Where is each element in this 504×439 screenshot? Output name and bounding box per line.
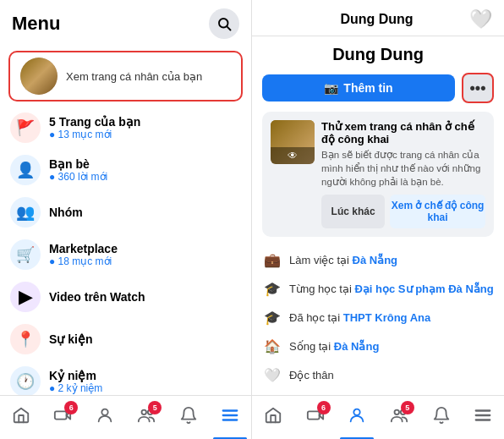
nav-video-right[interactable]: 6 [294, 396, 337, 440]
menu-item-nhom[interactable]: 👥 Nhóm [0, 191, 251, 233]
xem-cong-khai-button[interactable]: Xem ở chế độ công khai [390, 195, 485, 228]
home-icon-right [264, 406, 282, 430]
ban-be-title: Bạn bè [49, 157, 107, 171]
graduation-icon-1: 🎓 [262, 278, 282, 299]
video-badge-left: 6 [64, 401, 78, 414]
svg-point-13 [394, 409, 399, 414]
menu-item-video[interactable]: ▶ Video trên Watch [0, 276, 251, 318]
profile-label: Xem trang cá nhân của bạn [66, 70, 202, 83]
right-bottom-nav: 6 5 [252, 395, 504, 439]
nav-home-right[interactable] [252, 396, 294, 440]
ky-niem-icon: 🕐 [10, 366, 41, 395]
profile-name-big: Dung Dung [262, 45, 494, 64]
nav-bell-left[interactable] [167, 396, 210, 440]
info-xem-them: ••• Xem thông tin giới thiệu của bạn [262, 389, 494, 395]
camera-icon: 📷 [324, 81, 338, 95]
action-row: 📷 Thêm tin ••• [262, 73, 494, 103]
nav-home-left[interactable] [0, 396, 42, 440]
ban-be-sub: ● 360 lời mới [49, 171, 107, 183]
notice-buttons: Lúc khác Xem ở chế độ công khai [321, 195, 485, 228]
profile-icon-right [348, 406, 366, 430]
info-doc-than: 🤍 Độc thân [262, 360, 494, 389]
menu-item-trang[interactable]: 🚩 5 Trang của bạn ● 13 mục mới [0, 107, 251, 149]
left-bottom-nav: 6 5 [0, 395, 251, 439]
marketplace-icon: 🛒 [10, 239, 41, 270]
nav-video-left[interactable]: 6 [42, 396, 85, 440]
more-options-button[interactable]: ••• [462, 73, 494, 103]
bell-icon-left [179, 406, 198, 430]
briefcase-icon: 💼 [262, 250, 282, 270]
nav-profile-left[interactable] [84, 396, 126, 440]
luc-khac-button[interactable]: Lúc khác [321, 195, 385, 228]
nhom-title: Nhóm [49, 206, 83, 219]
tung-hoc-text: Từng học tại Đại học Sư phạm Đà Nẵng [289, 283, 494, 295]
nav-profile-right[interactable] [336, 396, 378, 440]
ban-be-icon: 👤 [10, 155, 41, 185]
search-button[interactable] [209, 8, 239, 39]
menu-item-ban-be[interactable]: 👤 Bạn bè ● 360 lời mới [0, 149, 251, 191]
left-header: Menu [0, 0, 251, 44]
menu-items-list: Xem trang cá nhân của bạn 🚩 5 Trang của … [0, 44, 251, 395]
info-lam-viec: 💼 Làm việc tại Đà Nẵng [262, 245, 494, 274]
right-header-title: Dung Dung [284, 12, 469, 27]
svg-rect-2 [55, 411, 67, 419]
trang-icon: 🚩 [10, 112, 41, 143]
nhom-icon: 👥 [10, 197, 41, 228]
ky-niem-title: Kỷ niệm [49, 369, 102, 382]
notice-desc: Bạn sẽ biết được trang cá nhân của mình … [321, 148, 485, 189]
song-tai-text: Sống tại Đà Nẵng [289, 340, 379, 353]
profile-item[interactable]: Xem trang cá nhân của bạn [8, 51, 243, 102]
marketplace-title: Marketplace [49, 242, 118, 255]
nav-menu-right[interactable] [462, 396, 504, 440]
su-kien-title: Sự kiện [49, 332, 92, 346]
su-kien-icon: 📍 [10, 324, 41, 354]
them-tin-button[interactable]: 📷 Thêm tin [262, 74, 455, 102]
info-tung-hoc: 🎓 Từng học tại Đại học Sư phạm Đà Nẵng [262, 274, 494, 303]
heart-info-icon: 🤍 [262, 365, 282, 385]
menu-icon-left [221, 406, 239, 430]
search-icon [216, 16, 232, 31]
heart-icon: 🤍 [469, 8, 492, 30]
info-list: 💼 Làm việc tại Đà Nẵng 🎓 Từng học tại Đạ… [262, 245, 494, 395]
friends-badge-right: 5 [401, 401, 414, 414]
svg-point-5 [142, 409, 147, 414]
graduation-icon-2: 🎓 [262, 307, 282, 327]
info-song-tai: 🏠 Sống tại Đà Nẵng [262, 332, 494, 360]
lam-viec-text: Làm việc tại Đà Nẵng [289, 254, 397, 266]
eye-icon: 👁 [288, 150, 298, 162]
svg-point-4 [101, 409, 107, 414]
nav-friends-right[interactable]: 5 [378, 396, 420, 440]
left-panel: Menu Xem trang cá nhân của bạn 🚩 5 Trang… [0, 0, 252, 439]
right-header: Dung Dung 🤍 [252, 0, 504, 36]
public-notice: 👁 Thử xem trang cá nhân ở chế độ công kh… [262, 112, 494, 237]
video-title: Video trên Watch [49, 290, 145, 304]
doc-than-text: Độc thân [289, 369, 334, 381]
marketplace-sub: ● 18 mục mới [49, 255, 118, 267]
nav-friends-left[interactable]: 5 [126, 396, 168, 440]
video-icon: ▶ [10, 282, 41, 312]
svg-rect-10 [307, 411, 319, 419]
info-da-hoc: 🎓 Đã học tại THPT Krông Ana [262, 303, 494, 332]
more-dots-icon: ••• [470, 80, 486, 97]
menu-item-marketplace[interactable]: 🛒 Marketplace ● 18 mục mới [0, 233, 251, 276]
right-content: Dung Dung 📷 Thêm tin ••• 👁 [252, 36, 504, 395]
bell-icon-right [432, 406, 451, 430]
notice-text: Thử xem trang cá nhân ở chế độ công khai… [321, 120, 485, 228]
app-container: Menu Xem trang cá nhân của bạn 🚩 5 Trang… [0, 0, 504, 439]
friends-badge-left: 5 [148, 401, 162, 414]
home-info-icon: 🏠 [262, 336, 282, 356]
da-hoc-text: Đã học tại THPT Krông Ana [289, 311, 430, 324]
video-badge-right: 6 [317, 401, 331, 414]
nav-bell-right[interactable] [420, 396, 463, 440]
profile-nav-icon [96, 406, 114, 430]
trang-sub: ● 13 mục mới [49, 129, 140, 140]
ky-niem-sub: ● 2 kỷ niệm [49, 382, 102, 394]
trang-title: 5 Trang của bạn [49, 115, 140, 129]
svg-line-1 [227, 26, 230, 30]
menu-item-su-kien[interactable]: 📍 Sự kiện [0, 318, 251, 360]
menu-item-ky-niem[interactable]: 🕐 Kỷ niệm ● 2 kỷ niệm [0, 360, 251, 395]
notice-title: Thử xem trang cá nhân ở chế độ công khai [321, 120, 485, 145]
nav-menu-left[interactable] [210, 396, 252, 440]
notice-avatar: 👁 [271, 120, 315, 164]
right-panel: Dung Dung 🤍 Dung Dung 📷 Thêm tin ••• 👁 [252, 0, 504, 439]
